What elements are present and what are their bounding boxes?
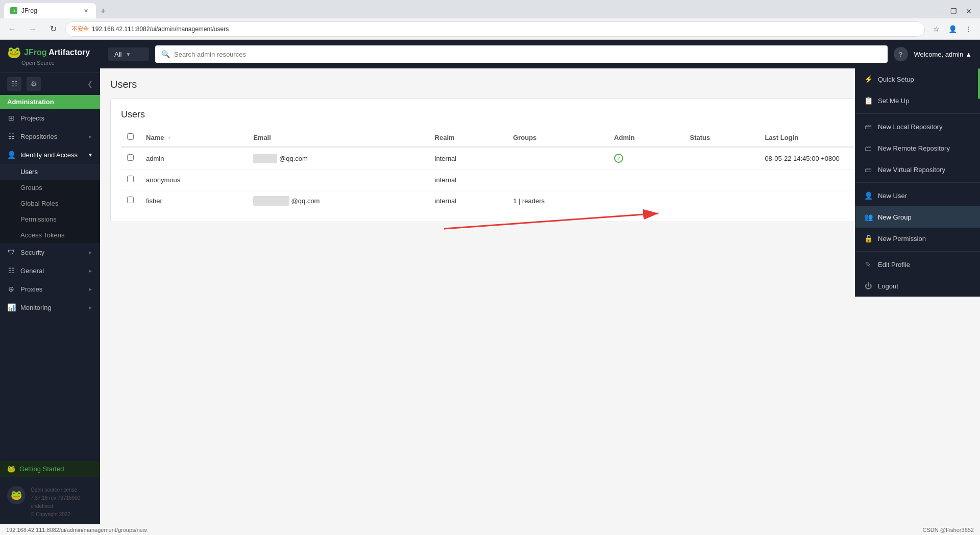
filter-dropdown[interactable]: All ▼ [108, 47, 149, 61]
col-name: Name ↑ [140, 128, 247, 147]
grid-icon-button[interactable]: ☷ [7, 77, 21, 91]
table-row: anonymous internal [121, 169, 959, 190]
footer-frog-icon: 🐸 [7, 486, 26, 504]
dropdown-divider-3 [855, 251, 980, 252]
gear-icon-button[interactable]: ⚙ [27, 77, 41, 91]
projects-label: Projects [20, 114, 44, 122]
row-realm: internal [429, 169, 507, 190]
new-user-label: New User [878, 192, 907, 200]
help-button[interactable]: ? [894, 47, 908, 61]
sidebar-item-access-tokens[interactable]: Access Tokens [0, 227, 100, 243]
table-header-row: Name ↑ Email Realm Groups Admin Status L… [121, 128, 959, 147]
tab-title: JFrog [21, 7, 37, 14]
dropdown-item-new-local-repo[interactable]: 🗃 New Local Repository [855, 116, 980, 137]
sidebar-item-security[interactable]: 🛡 Security ► [0, 243, 100, 261]
active-tab[interactable]: J JFrog ✕ [4, 3, 96, 18]
dropdown-item-quick-setup[interactable]: ⚡ Quick Setup [855, 68, 980, 90]
sidebar-item-global-roles[interactable]: Global Roles [0, 196, 100, 211]
identity-label: Identity and Access [20, 151, 78, 159]
new-tab-button[interactable]: + [96, 4, 110, 18]
status-bar: 192.168.42.111:8082/ui/admin/management/… [0, 524, 980, 535]
getting-started-item[interactable]: 🐸 Getting Started [0, 461, 100, 477]
repositories-chevron: ► [88, 134, 93, 139]
back-button[interactable]: ← [4, 21, 20, 37]
users-card: Users Name ↑ Email Realm [110, 99, 970, 222]
more-options-button[interactable]: ⋮ [962, 22, 976, 36]
dropdown-divider-1 [855, 113, 980, 114]
set-me-up-icon: 📋 [864, 96, 873, 105]
bookmark-manager-button[interactable]: ☆ [929, 22, 943, 36]
sidebar-item-general[interactable]: ☷ General ► [0, 261, 100, 280]
row-admin: ✓ [608, 147, 683, 169]
search-bar[interactable]: 🔍 [155, 45, 888, 63]
new-remote-repo-icon: 🗃 [864, 143, 873, 153]
minimize-button[interactable]: — [931, 4, 945, 18]
dropdown-item-set-me-up[interactable]: 📋 Set Me Up [855, 90, 980, 111]
close-button[interactable]: ✕ [962, 4, 976, 18]
new-virtual-repo-icon: 🗃 [864, 165, 873, 174]
identity-sub-menu: Users Groups Global Roles Permissions Ac… [0, 164, 100, 243]
table-row: admin ●●●●● @qq.com internal ✓ [121, 147, 959, 169]
url-text: 192.168.42.111:8082/ui/admin/management/… [92, 26, 229, 33]
dropdown-item-new-permission[interactable]: 🔒 New Permission [855, 228, 980, 249]
security-label: Security [20, 249, 44, 256]
sidebar-toggle[interactable]: ❮ [87, 80, 93, 88]
page-title: Users [110, 79, 970, 90]
general-icon: ☷ [7, 266, 15, 275]
row-status [684, 147, 759, 169]
permissions-label: Permissions [20, 215, 57, 223]
monitoring-icon: 📊 [7, 303, 15, 311]
forward-button[interactable]: → [24, 21, 41, 37]
restore-button[interactable]: ❐ [946, 4, 961, 18]
row-checkbox[interactable] [127, 197, 134, 203]
new-permission-label: New Permission [878, 235, 926, 242]
address-bar[interactable]: 不安全 192.168.42.111:8082/ui/admin/managem… [65, 21, 925, 37]
dropdown-item-new-virtual-repo[interactable]: 🗃 New Virtual Repository [855, 159, 980, 180]
footer-version: 7.37.16 rev 73716900 [31, 494, 80, 502]
new-permission-icon: 🔒 [864, 234, 873, 243]
dropdown-item-logout[interactable]: ⏻ Logout [855, 275, 980, 297]
row-email [247, 169, 428, 190]
col-realm: Realm [429, 128, 507, 147]
new-local-repo-icon: 🗃 [864, 122, 873, 131]
row-status [684, 169, 759, 190]
sidebar-item-identity[interactable]: 👤 Identity and Access ▼ [0, 145, 100, 164]
monitoring-chevron: ► [88, 305, 93, 310]
dropdown-item-new-user[interactable]: 👤 New User [855, 185, 980, 206]
row-admin [608, 190, 683, 211]
row-checkbox[interactable] [127, 154, 134, 161]
col-email: Email [247, 128, 428, 147]
select-all-checkbox[interactable] [127, 133, 134, 140]
tab-favicon: J [10, 7, 17, 14]
sidebar-item-users[interactable]: Users [0, 164, 100, 180]
users-card-title: Users [121, 109, 959, 120]
search-input[interactable] [174, 51, 881, 58]
sidebar-item-monitoring[interactable]: 📊 Monitoring ► [0, 298, 100, 317]
row-checkbox-cell [121, 169, 140, 190]
dropdown-item-edit-profile[interactable]: ✎ Edit Profile [855, 254, 980, 275]
row-checkbox[interactable] [127, 176, 134, 182]
refresh-button[interactable]: ↻ [45, 21, 61, 37]
sidebar: 🐸 JFrog Artifactory Open Source ☷ ⚙ ❮ A [0, 40, 100, 524]
row-groups [507, 147, 608, 169]
user-greeting[interactable]: Welcome, admin ▲ [914, 51, 972, 58]
sidebar-item-repositories[interactable]: ☷ Repositories ► [0, 127, 100, 145]
dropdown-item-new-remote-repo[interactable]: 🗃 New Remote Repository [855, 137, 980, 159]
sidebar-item-projects[interactable]: ⊞ Projects [0, 109, 100, 127]
new-group-icon: 👥 [864, 212, 873, 222]
sidebar-item-groups[interactable]: Groups [0, 180, 100, 196]
profile-button[interactable]: 👤 [945, 22, 960, 36]
name-sort-icon[interactable]: ↑ [168, 135, 170, 141]
col-status: Status [684, 128, 759, 147]
tab-close-button[interactable]: ✕ [82, 7, 90, 15]
dropdown-item-new-group[interactable]: 👥 New Group [855, 206, 980, 228]
footer-license: Open source license [31, 486, 80, 494]
sidebar-item-permissions[interactable]: Permissions [0, 211, 100, 227]
filter-label: All [114, 51, 121, 58]
proxies-icon: ⊕ [7, 285, 15, 293]
window-controls: — ❐ ✕ [931, 4, 980, 18]
row-realm: internal [429, 147, 507, 169]
main-area: All ▼ 🔍 ? Welcome, admin ▲ Users Users [100, 40, 980, 524]
projects-icon: ⊞ [7, 114, 15, 122]
sidebar-item-proxies[interactable]: ⊕ Proxies ► [0, 280, 100, 298]
